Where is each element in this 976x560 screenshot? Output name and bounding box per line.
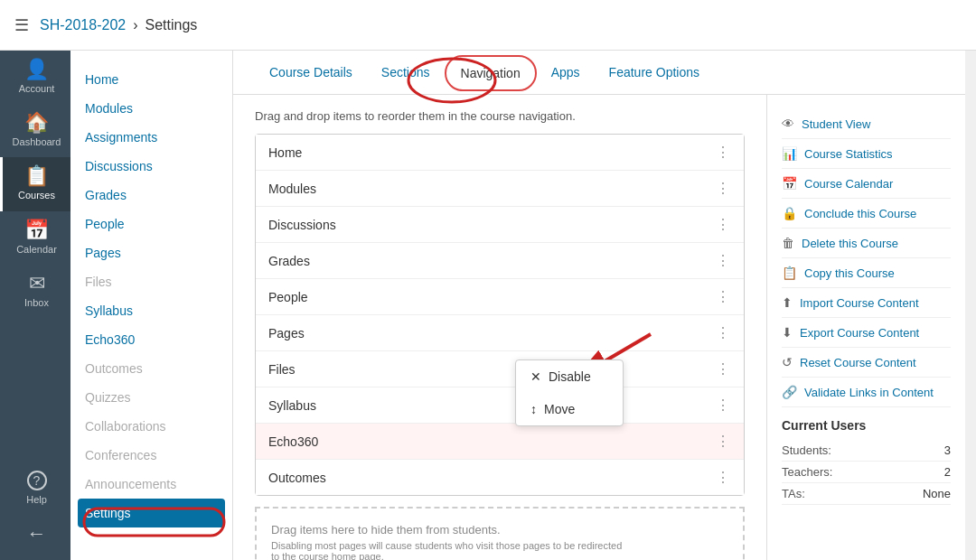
course-nav-echo360[interactable]: Echo360 — [70, 325, 232, 354]
account-icon: 👤 — [24, 60, 49, 79]
tab-feature-options[interactable]: Feature Options — [595, 51, 714, 95]
dots-menu-syllabus[interactable]: ⋮ — [716, 397, 731, 414]
course-nav-discussions[interactable]: Discussions — [70, 152, 232, 181]
export-content-link[interactable]: ⬇ Export Course Content — [782, 318, 951, 348]
dots-menu-outcomes[interactable]: ⋮ — [716, 469, 731, 486]
right-sidebar: 👁 Student View 📊 Course Statistics 📅 Cou… — [766, 95, 965, 560]
conclude-course-link[interactable]: 🔒 Conclude this Course — [782, 199, 951, 229]
course-nav-announcements[interactable]: Announcements — [70, 470, 232, 499]
tab-course-details[interactable]: Course Details — [255, 51, 367, 95]
sidebar-item-calendar[interactable]: 📅 Calendar — [0, 211, 70, 265]
top-header: ☰ SH-2018-202 › Settings — [0, 0, 976, 51]
tab-navigation[interactable]: Navigation — [445, 55, 537, 91]
dots-menu-grades[interactable]: ⋮ — [716, 252, 731, 269]
course-statistics-label: Course Statistics — [804, 147, 893, 161]
reset-content-label: Reset Course Content — [800, 356, 916, 369]
hamburger-icon[interactable]: ☰ — [14, 15, 29, 35]
course-nav-modules[interactable]: Modules — [70, 94, 232, 123]
tabs-bar: Course Details Sections Navigation Apps … — [233, 51, 965, 95]
back-icon: ← — [27, 524, 47, 544]
sidebar: 👤 Account 🏠 Dashboard 📋 Courses 📅 Calend… — [0, 51, 70, 560]
dots-menu-home[interactable]: ⋮ — [716, 144, 731, 161]
delete-course-label: Delete this Course — [802, 237, 898, 250]
course-nav-outcomes[interactable]: Outcomes — [70, 354, 232, 383]
course-nav-syllabus[interactable]: Syllabus — [70, 296, 232, 325]
copy-course-link[interactable]: 📋 Copy this Course — [782, 258, 951, 288]
course-nav: Home Modules Assignments Discussions Gra… — [70, 51, 233, 560]
course-statistics-link[interactable]: 📊 Course Statistics — [782, 139, 951, 169]
sidebar-item-dashboard[interactable]: 🏠 Dashboard — [0, 104, 70, 157]
courses-icon: 📋 — [24, 166, 49, 186]
context-menu-move[interactable]: ↕ Move — [516, 393, 623, 425]
student-view-link[interactable]: 👁 Student View — [782, 109, 951, 139]
student-view-icon: 👁 — [782, 117, 794, 131]
course-nav-collaborations[interactable]: Collaborations — [70, 412, 232, 441]
course-nav-home[interactable]: Home — [70, 65, 232, 94]
content-area: Drag and drop items to reorder them in t… — [233, 95, 965, 560]
course-nav-people[interactable]: People — [70, 210, 232, 238]
inbox-icon: ✉ — [29, 274, 45, 294]
nav-item-syllabus[interactable]: Syllabus ⋮ — [256, 387, 744, 424]
current-users-section: Current Users Students: 3 Teachers: 2 TA… — [782, 418, 951, 505]
export-content-label: Export Course Content — [800, 326, 919, 340]
nav-editor: Drag and drop items to reorder them in t… — [233, 95, 766, 560]
import-content-icon: ⬆ — [782, 295, 793, 310]
active-nav-list: Home ⋮ Modules ⋮ Discussions ⋮ Grades ⋮ — [255, 134, 745, 496]
dots-menu-files[interactable]: ⋮ — [716, 360, 731, 378]
course-nav-files[interactable]: Files — [70, 267, 232, 296]
conclude-course-icon: 🔒 — [782, 206, 797, 220]
breadcrumb-link[interactable]: SH-2018-202 — [40, 17, 126, 33]
sidebar-label-account: Account — [19, 83, 55, 95]
sidebar-item-help[interactable]: ? Help — [0, 462, 70, 515]
context-menu-disable[interactable]: ✕ Disable — [516, 360, 623, 393]
dots-menu-discussions[interactable]: ⋮ — [716, 216, 731, 233]
course-calendar-link[interactable]: 📅 Course Calendar — [782, 169, 951, 199]
course-nav-settings[interactable]: Settings — [78, 499, 225, 527]
drop-zone: Drag items here to hide them from studen… — [255, 507, 745, 560]
nav-item-echo360[interactable]: Echo360 ⋮ — [256, 424, 744, 460]
main-content: Course Details Sections Navigation Apps … — [233, 51, 965, 560]
nav-item-grades[interactable]: Grades ⋮ — [256, 243, 744, 279]
sidebar-label-inbox: Inbox — [24, 297, 49, 309]
course-nav-grades[interactable]: Grades — [70, 181, 232, 210]
sidebar-back-button[interactable]: ← — [0, 515, 70, 553]
course-calendar-label: Course Calendar — [804, 177, 893, 191]
conclude-course-label: Conclude this Course — [804, 207, 916, 220]
dots-menu-echo360[interactable]: ⋮ — [716, 433, 731, 450]
sidebar-item-courses[interactable]: 📋 Courses — [0, 157, 70, 210]
dots-menu-pages[interactable]: ⋮ — [716, 324, 731, 341]
import-content-link[interactable]: ⬆ Import Course Content — [782, 288, 951, 318]
scrollbar[interactable] — [965, 51, 976, 560]
dots-menu-modules[interactable]: ⋮ — [716, 180, 731, 197]
validate-links-icon: 🔗 — [782, 385, 797, 399]
course-nav-quizzes[interactable]: Quizzes — [70, 383, 232, 412]
help-icon: ? — [27, 471, 47, 490]
course-nav-pages[interactable]: Pages — [70, 238, 232, 267]
delete-course-link[interactable]: 🗑 Delete this Course — [782, 229, 951, 258]
user-row-tas: TAs: None — [782, 483, 951, 505]
nav-item-modules[interactable]: Modules ⋮ — [256, 171, 744, 207]
nav-item-pages[interactable]: Pages ⋮ — [256, 315, 744, 351]
tab-sections[interactable]: Sections — [367, 51, 445, 95]
nav-item-people[interactable]: People ⋮ — [256, 279, 744, 315]
nav-item-files[interactable]: Files ⋮ — [256, 351, 744, 387]
course-nav-conferences[interactable]: Conferences — [70, 441, 232, 470]
sidebar-label-dashboard: Dashboard — [13, 136, 61, 148]
tab-apps[interactable]: Apps — [537, 51, 595, 95]
course-nav-assignments[interactable]: Assignments — [70, 123, 232, 152]
dots-menu-people[interactable]: ⋮ — [716, 288, 731, 305]
nav-instructions: Drag and drop items to reorder them in t… — [255, 109, 745, 123]
sidebar-item-account[interactable]: 👤 Account — [0, 51, 70, 104]
nav-item-discussions[interactable]: Discussions ⋮ — [256, 207, 744, 243]
validate-links-link[interactable]: 🔗 Validate Links in Content — [782, 378, 951, 407]
breadcrumb: SH-2018-202 › Settings — [40, 17, 197, 33]
breadcrumb-current: Settings — [145, 17, 198, 33]
context-menu: ✕ Disable ↕ Move — [515, 359, 624, 426]
sidebar-item-inbox[interactable]: ✉ Inbox — [0, 265, 70, 318]
user-row-teachers: Teachers: 2 — [782, 462, 951, 483]
nav-item-outcomes[interactable]: Outcomes ⋮ — [256, 460, 744, 495]
nav-item-home[interactable]: Home ⋮ — [256, 135, 744, 171]
reset-content-link[interactable]: ↺ Reset Course Content — [782, 348, 951, 378]
sidebar-label-calendar: Calendar — [16, 244, 57, 256]
current-users-title: Current Users — [782, 418, 951, 433]
